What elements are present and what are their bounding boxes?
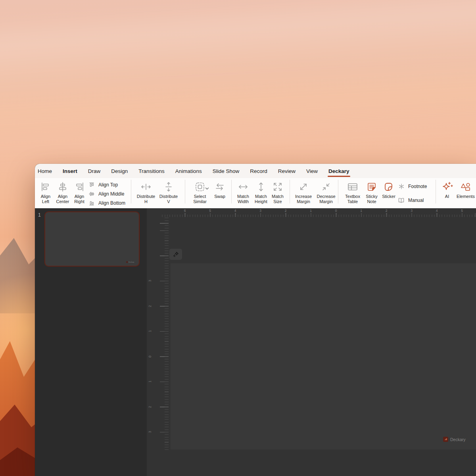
h-ruler-label: 1	[310, 209, 312, 213]
match-size-button[interactable]: Match Size	[270, 179, 286, 207]
tab-deckary[interactable]: Deckary	[328, 168, 349, 174]
ai-label: AI	[445, 194, 449, 199]
align-left-label: Align Left	[41, 194, 50, 204]
distribute-h-button[interactable]: Distribute H	[135, 179, 157, 207]
match-height-button[interactable]: Match Height	[252, 179, 270, 207]
deckary-watermark-label: Deckary	[450, 437, 466, 442]
slide-canvas[interactable]: Deckary	[171, 263, 476, 449]
align-middle-icon	[88, 191, 95, 197]
ai-button[interactable]: AI	[440, 179, 455, 207]
tab-design[interactable]: Design	[111, 168, 128, 174]
ribbon-separator	[436, 180, 436, 203]
desktop-wallpaper: Home Insert Draw Design Transitions Anim…	[0, 0, 476, 476]
editor-content: 1 Deckary 6 5 4 3 2 1 0 1	[35, 208, 476, 476]
align-right-icon	[74, 179, 84, 194]
vertical-ruler-ticks	[165, 216, 169, 450]
h-ruler-label: 2	[386, 209, 388, 213]
slide-number: 1	[38, 212, 41, 218]
swap-label: Swap	[214, 194, 225, 199]
tab-animations[interactable]: Animations	[175, 168, 202, 174]
decrease-margin-button[interactable]: Decrease Margin	[315, 179, 337, 207]
align-bottom-label: Align Bottom	[98, 200, 125, 206]
align-center-label: Align Center	[56, 194, 69, 204]
select-similar-button[interactable]: Select Similar	[189, 179, 211, 207]
footnote-icon	[398, 183, 405, 190]
v-ruler-label: 3	[148, 431, 152, 433]
h-ruler-label: 3	[411, 209, 413, 213]
h-ruler-label: 1	[360, 209, 362, 213]
horizontal-ruler-ticks	[161, 215, 476, 217]
slide-thumbnail-panel: 1 Deckary	[35, 208, 147, 476]
h-ruler-label: 3	[259, 209, 261, 213]
ribbon-toolbar: Align Left Align Center Align Right	[35, 178, 476, 208]
v-ruler-label: 1	[148, 381, 152, 383]
tab-view[interactable]: View	[306, 168, 318, 174]
vertical-ruler: 3 2 1 0 1 2 3	[147, 208, 171, 476]
sticky-note-label: Sticky Note	[366, 194, 377, 204]
deckary-logo-icon	[443, 437, 448, 442]
sticky-note-button[interactable]: Sticky Note	[364, 179, 380, 207]
align-middle-item[interactable]: Align Middle	[88, 189, 129, 198]
textbox-table-label: Textbox Table	[345, 194, 360, 204]
align-left-icon	[40, 179, 51, 194]
manual-icon	[398, 198, 405, 203]
h-ruler-label: 2	[285, 209, 287, 213]
match-height-label: Match Height	[255, 194, 267, 204]
distribute-v-button[interactable]: Distribute V	[158, 179, 179, 207]
textbox-table-icon	[347, 179, 358, 194]
sticker-label: Sticker	[382, 194, 395, 199]
chevron-down-icon[interactable]	[205, 185, 209, 191]
ai-sparkle-icon	[441, 179, 453, 194]
ribbon-separator	[231, 180, 232, 203]
align-top-icon	[88, 182, 95, 188]
h-ruler-label: 6	[184, 209, 186, 213]
h-ruler-label: 5	[209, 209, 211, 213]
h-ruler-label: 4	[234, 209, 236, 213]
deckary-watermark: Deckary	[443, 437, 466, 442]
sticker-button[interactable]: Sticker	[380, 179, 397, 207]
align-bottom-item[interactable]: Align Bottom	[88, 198, 129, 207]
h-ruler-label: 4	[436, 209, 438, 213]
elements-button[interactable]: Elements	[455, 179, 476, 207]
match-width-button[interactable]: Match Width	[235, 179, 251, 207]
ribbon-separator	[338, 180, 338, 203]
tab-draw[interactable]: Draw	[88, 168, 101, 174]
match-size-icon	[273, 179, 283, 194]
tab-record[interactable]: Record	[250, 168, 267, 174]
align-top-label: Align Top	[98, 182, 118, 188]
swap-button[interactable]: Swap	[212, 179, 227, 207]
footnote-item[interactable]: Footnote	[398, 182, 434, 191]
ribbon-separator	[290, 180, 290, 203]
align-center-button[interactable]: Align Center	[54, 179, 71, 207]
tab-home[interactable]: Home	[38, 168, 52, 174]
increase-margin-button[interactable]: Increase Margin	[293, 179, 314, 207]
manual-item[interactable]: Manual	[398, 196, 434, 205]
select-similar-icon	[195, 179, 205, 194]
match-height-icon	[256, 179, 266, 194]
align-right-label: Align Right	[74, 194, 84, 204]
align-left-button[interactable]: Align Left	[38, 179, 54, 207]
elements-label: Elements	[457, 194, 475, 199]
align-right-button[interactable]: Align Right	[71, 179, 87, 207]
thumbnail-watermark-label: Deckary	[128, 261, 134, 263]
v-ruler-label: 2	[148, 406, 152, 408]
tab-insert[interactable]: Insert	[63, 168, 77, 174]
textbox-table-button[interactable]: Textbox Table	[342, 179, 363, 207]
distribute-h-icon	[140, 179, 152, 194]
thumbnail-watermark: Deckary	[126, 261, 134, 263]
app-window: Home Insert Draw Design Transitions Anim…	[35, 164, 476, 476]
canvas-ai-assist-button[interactable]	[169, 249, 182, 260]
distribute-v-label: Distribute V	[159, 194, 178, 204]
tab-review[interactable]: Review	[278, 168, 296, 174]
v-ruler-label: 0	[148, 355, 152, 357]
h-ruler-label: 5	[461, 209, 463, 213]
match-width-label: Match Width	[237, 194, 249, 204]
tab-slide-show[interactable]: Slide Show	[213, 168, 240, 174]
slide-thumbnail[interactable]: Deckary	[44, 211, 140, 267]
distribute-v-icon	[163, 179, 174, 194]
align-top-item[interactable]: Align Top	[88, 180, 129, 189]
v-ruler-label: 1	[148, 330, 152, 332]
align-center-icon	[58, 179, 68, 194]
elements-icon	[460, 179, 471, 194]
tab-transitions[interactable]: Transitions	[138, 168, 165, 174]
